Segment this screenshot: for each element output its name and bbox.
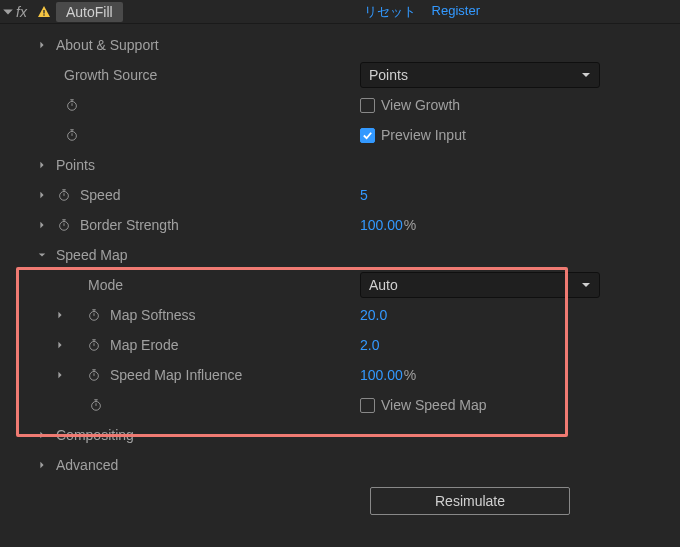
speed-map-row: Speed Map: [12, 240, 668, 270]
border-strength-unit: %: [404, 217, 416, 233]
growth-source-select[interactable]: Points: [360, 62, 600, 88]
chevron-right-icon[interactable]: [36, 221, 48, 229]
speed-map-influence-value[interactable]: 100.00: [360, 367, 403, 383]
view-speed-map-label: View Speed Map: [381, 397, 487, 413]
mode-value: Auto: [369, 277, 398, 293]
about-support-row: About & Support: [12, 30, 668, 60]
chevron-right-icon[interactable]: [36, 41, 48, 49]
border-strength-value[interactable]: 100.00: [360, 217, 403, 233]
effect-name[interactable]: AutoFill: [56, 2, 123, 22]
advanced-label: Advanced: [56, 457, 118, 473]
stopwatch-icon[interactable]: [64, 127, 80, 143]
border-strength-row: Border Strength 100.00%: [12, 210, 668, 240]
view-speed-map-row: View Speed Map: [12, 390, 668, 420]
chevron-down-icon: [581, 280, 591, 290]
points-row: Points: [12, 150, 668, 180]
map-softness-value[interactable]: 20.0: [360, 307, 387, 323]
effects-panel: fx AutoFill リセット Register About & Suppor…: [0, 0, 680, 547]
view-growth-label: View Growth: [381, 97, 460, 113]
chevron-right-icon[interactable]: [36, 461, 48, 469]
growth-source-label: Growth Source: [64, 67, 157, 83]
border-strength-label: Border Strength: [80, 217, 179, 233]
mode-select[interactable]: Auto: [360, 272, 600, 298]
advanced-row: Advanced: [12, 450, 668, 480]
effect-header: fx AutoFill リセット Register: [0, 0, 680, 24]
stopwatch-icon[interactable]: [56, 217, 72, 233]
growth-source-value: Points: [369, 67, 408, 83]
preview-input-checkbox[interactable]: [360, 128, 375, 143]
speed-row: Speed 5: [12, 180, 668, 210]
view-growth-row: View Growth: [12, 90, 668, 120]
chevron-down-icon: [581, 70, 591, 80]
compositing-label: Compositing: [56, 427, 134, 443]
register-link[interactable]: Register: [432, 3, 480, 21]
svg-rect-1: [43, 14, 44, 15]
speed-map-label: Speed Map: [56, 247, 128, 263]
chevron-right-icon[interactable]: [54, 371, 66, 379]
resimulate-button[interactable]: Resimulate: [370, 487, 570, 515]
view-speed-map-checkbox[interactable]: [360, 398, 375, 413]
map-erode-row: Map Erode 2.0: [12, 330, 668, 360]
resimulate-row: Resimulate: [12, 486, 668, 516]
warning-icon: [36, 4, 52, 20]
chevron-right-icon[interactable]: [54, 311, 66, 319]
mode-row: Mode Auto: [12, 270, 668, 300]
stopwatch-icon[interactable]: [86, 307, 102, 323]
chevron-right-icon[interactable]: [54, 341, 66, 349]
view-growth-checkbox[interactable]: [360, 98, 375, 113]
stopwatch-icon[interactable]: [86, 337, 102, 353]
chevron-down-icon[interactable]: [36, 251, 48, 259]
stopwatch-icon[interactable]: [64, 97, 80, 113]
map-erode-value[interactable]: 2.0: [360, 337, 379, 353]
stopwatch-icon[interactable]: [88, 397, 104, 413]
speed-map-influence-label: Speed Map Influence: [110, 367, 242, 383]
chevron-right-icon[interactable]: [36, 431, 48, 439]
about-label: About & Support: [56, 37, 159, 53]
reset-link[interactable]: リセット: [364, 3, 416, 21]
speed-label: Speed: [80, 187, 120, 203]
speed-value[interactable]: 5: [360, 187, 368, 203]
fx-icon: fx: [16, 4, 34, 20]
stopwatch-icon[interactable]: [56, 187, 72, 203]
compositing-row: Compositing: [12, 420, 668, 450]
speed-map-influence-unit: %: [404, 367, 416, 383]
chevron-right-icon[interactable]: [36, 191, 48, 199]
preview-input-label: Preview Input: [381, 127, 466, 143]
effect-body: About & Support Growth Source Points Vie…: [0, 24, 680, 516]
speed-map-influence-row: Speed Map Influence 100.00%: [12, 360, 668, 390]
svg-rect-0: [43, 10, 44, 14]
growth-source-row: Growth Source Points: [12, 60, 668, 90]
preview-input-row: Preview Input: [12, 120, 668, 150]
map-softness-label: Map Softness: [110, 307, 196, 323]
effect-twirl-icon[interactable]: [2, 6, 14, 18]
map-erode-label: Map Erode: [110, 337, 178, 353]
points-label: Points: [56, 157, 95, 173]
stopwatch-icon[interactable]: [86, 367, 102, 383]
mode-label: Mode: [88, 277, 123, 293]
map-softness-row: Map Softness 20.0: [12, 300, 668, 330]
chevron-right-icon[interactable]: [36, 161, 48, 169]
